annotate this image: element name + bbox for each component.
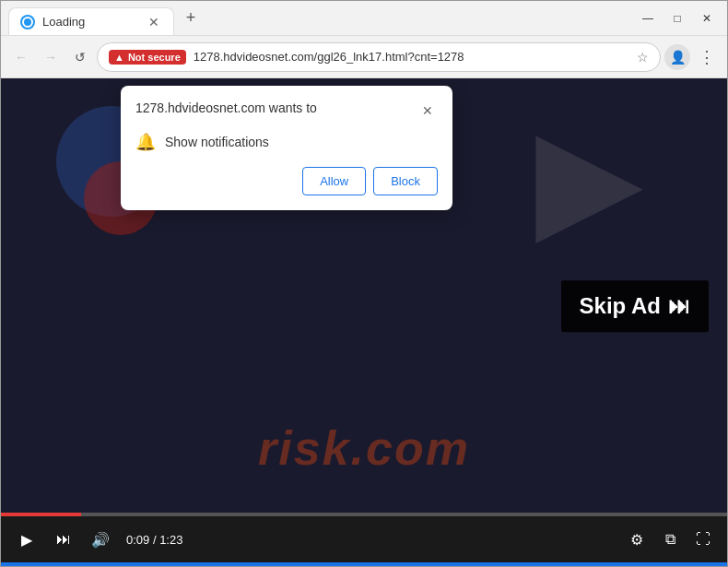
- window-controls: — □ ✕: [635, 8, 720, 29]
- settings-button[interactable]: ⚙: [624, 526, 650, 552]
- permission-label: Show notifications: [165, 135, 269, 149]
- bell-icon: 🔔: [135, 132, 156, 152]
- address-bar: ← → ↺ ▲ Not secure 1278.hdvideosnet.com/…: [1, 36, 727, 78]
- warning-icon: ▲: [114, 52, 124, 63]
- not-secure-label: Not secure: [128, 52, 181, 63]
- maximize-button[interactable]: □: [664, 8, 690, 29]
- url-bar[interactable]: ▲ Not secure 1278.hdvideosnet.com/ggl26_…: [97, 42, 661, 72]
- dialog-permission-row: 🔔 Show notifications: [135, 132, 438, 152]
- play-button[interactable]: ▶: [12, 525, 41, 554]
- progress-fill: [1, 513, 81, 516]
- dialog-close-button[interactable]: ✕: [417, 100, 438, 121]
- next-button[interactable]: ⏭: [49, 525, 78, 554]
- url-text: 1278.hdvideosnet.com/ggl26_lnk17.html?cn…: [194, 50, 629, 64]
- video-player: ▶ risk.com Skip Ad ⏭ 1278.hdvideosnet.co…: [1, 78, 727, 562]
- bookmark-icon[interactable]: ☆: [637, 50, 649, 65]
- volume-button[interactable]: 🔊: [86, 525, 115, 554]
- content-area: ▶ risk.com Skip Ad ⏭ 1278.hdvideosnet.co…: [1, 78, 727, 562]
- video-main: ▶ risk.com Skip Ad ⏭ 1278.hdvideosnet.co…: [1, 78, 727, 513]
- miniplayer-button[interactable]: ⧉: [657, 526, 683, 552]
- allow-button[interactable]: Allow: [302, 167, 366, 195]
- progress-bar[interactable]: [1, 513, 727, 516]
- title-bar: Loading ✕ + — □ ✕: [1, 1, 727, 36]
- forward-button[interactable]: →: [38, 44, 64, 70]
- bg-logo-decoration: ▶: [535, 106, 635, 256]
- dialog-buttons: Allow Block: [135, 167, 438, 195]
- video-controls-bar: ▶ ⏭ 🔊 0:09 / 1:23 ⚙ ⧉ ⛶: [1, 513, 727, 562]
- tab-title: Loading: [42, 15, 138, 29]
- tab-area: Loading ✕ +: [8, 1, 628, 35]
- minimize-button[interactable]: —: [635, 8, 661, 29]
- skip-ad-button[interactable]: Skip Ad ⏭: [561, 280, 709, 332]
- skip-ad-icon: ⏭: [668, 293, 690, 319]
- profile-button[interactable]: 👤: [664, 44, 690, 70]
- video-watermark: risk.com: [1, 420, 727, 476]
- not-secure-badge: ▲ Not secure: [109, 50, 186, 65]
- browser-menu-button[interactable]: ⋮: [694, 44, 720, 70]
- new-tab-button[interactable]: +: [178, 6, 204, 31]
- controls-row: ▶ ⏭ 🔊 0:09 / 1:23 ⚙ ⧉ ⛶: [1, 516, 727, 562]
- close-button[interactable]: ✕: [694, 8, 720, 29]
- active-tab[interactable]: Loading ✕: [8, 7, 174, 35]
- permission-dialog: 1278.hdvideosnet.com wants to ✕ 🔔 Show n…: [121, 86, 452, 210]
- tab-close-button[interactable]: ✕: [146, 14, 162, 30]
- time-display: 0:09 / 1:23: [126, 533, 182, 547]
- tab-favicon-icon: [20, 15, 35, 30]
- block-button[interactable]: Block: [373, 167, 438, 195]
- bottom-accent-line: [1, 562, 727, 566]
- dialog-header: 1278.hdvideosnet.com wants to ✕: [135, 100, 438, 121]
- back-button[interactable]: ←: [8, 44, 34, 70]
- reload-button[interactable]: ↺: [67, 44, 93, 70]
- fullscreen-button[interactable]: ⛶: [690, 526, 716, 552]
- skip-ad-label: Skip Ad: [580, 293, 661, 319]
- browser-window: Loading ✕ + — □ ✕ ← → ↺ ▲ Not secure 127…: [0, 0, 728, 567]
- dialog-title: 1278.hdvideosnet.com wants to: [135, 100, 317, 115]
